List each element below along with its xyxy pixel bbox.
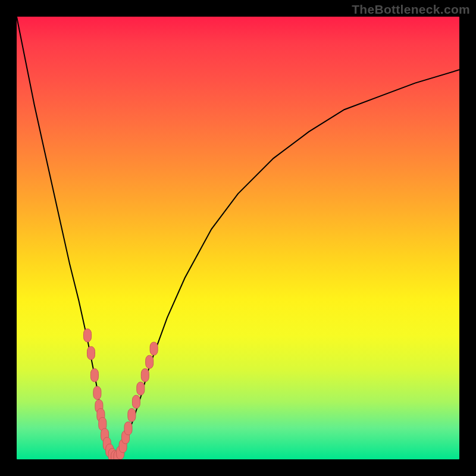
highlight-marker: [90, 369, 98, 382]
highlighted-points: [84, 329, 158, 459]
highlight-marker: [150, 342, 158, 355]
highlight-marker: [128, 409, 136, 422]
highlight-marker: [124, 422, 132, 435]
plot-area: [17, 17, 459, 459]
highlight-marker: [141, 369, 149, 382]
bottleneck-curve: [17, 17, 459, 459]
highlight-marker: [93, 386, 101, 399]
watermark-text: TheBottleneck.com: [352, 2, 470, 17]
curve-layer: [17, 17, 459, 459]
highlight-marker: [84, 329, 92, 342]
highlight-marker: [146, 355, 154, 368]
highlight-marker: [132, 395, 140, 408]
highlight-marker: [87, 346, 95, 359]
chart-frame: TheBottleneck.com: [0, 0, 476, 476]
highlight-marker: [137, 382, 145, 395]
